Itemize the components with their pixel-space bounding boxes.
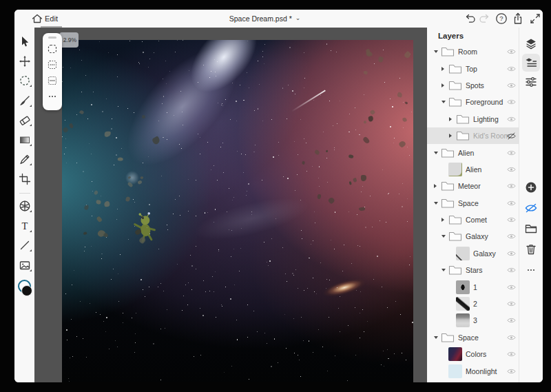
toggle-visibility-icon[interactable] — [522, 199, 540, 217]
layer-row-top[interactable]: Top — [427, 60, 519, 76]
layer-thumbnail-brush-light[interactable] — [456, 297, 470, 311]
shapes-tool[interactable] — [17, 198, 32, 214]
visibility-on-icon[interactable] — [506, 333, 516, 342]
visibility-on-icon[interactable] — [506, 48, 516, 56]
drag-handle[interactable] — [48, 37, 56, 39]
more-options-button[interactable] — [45, 89, 59, 105]
layer-thumbnail-galaxy[interactable] — [456, 247, 470, 260]
layer-row-moonlight[interactable]: Moonlight — [427, 362, 519, 379]
layer-row-stars[interactable]: Stars — [427, 262, 519, 278]
visibility-on-icon[interactable] — [506, 115, 516, 123]
visibility-on-icon[interactable] — [506, 65, 516, 73]
visibility-off-icon[interactable] — [506, 132, 516, 140]
layer-thumbnail-brush-dark[interactable] — [456, 280, 470, 294]
collapse-group-icon[interactable] — [441, 269, 448, 271]
layer-row-1[interactable]: 1 — [427, 278, 519, 295]
collapse-group-icon[interactable] — [441, 101, 448, 103]
delete-layer-icon[interactable] — [522, 240, 540, 258]
layer-label: Alien — [466, 165, 481, 174]
visibility-on-icon[interactable] — [506, 199, 516, 207]
layer-row-spots[interactable]: Spots — [427, 77, 519, 94]
visibility-on-icon[interactable] — [506, 316, 516, 324]
layer-row-foreground[interactable]: Foreground — [427, 94, 519, 110]
visibility-on-icon[interactable] — [506, 283, 516, 291]
layer-thumbnail-gradient[interactable] — [456, 313, 470, 327]
gradient-tool[interactable] — [17, 132, 32, 147]
visibility-on-icon[interactable] — [506, 149, 516, 157]
visibility-on-icon[interactable] — [506, 232, 516, 240]
group-layers-icon[interactable] — [522, 220, 540, 238]
expand-group-icon[interactable] — [449, 117, 456, 121]
document-title[interactable]: Space Dream.psd * ⌄ — [14, 10, 515, 28]
transform-tool[interactable] — [17, 54, 32, 69]
adjustments-icon[interactable] — [522, 73, 540, 91]
place-image-tool[interactable] — [17, 258, 32, 273]
canvas-area[interactable] — [34, 28, 427, 382]
collapse-group-icon[interactable] — [434, 202, 441, 205]
share-icon[interactable] — [511, 12, 525, 25]
move-tool[interactable] — [17, 34, 32, 49]
crop-tool[interactable] — [17, 172, 32, 187]
layer-thumbnail-alien[interactable] — [448, 163, 462, 176]
layer-row-galaxy[interactable]: Galaxy — [427, 245, 519, 262]
visibility-on-icon[interactable] — [506, 98, 516, 106]
visibility-on-icon[interactable] — [506, 266, 516, 274]
eraser-tool[interactable] — [17, 112, 32, 127]
help-icon[interactable]: ? — [495, 12, 508, 25]
layer-row-space[interactable]: Space — [427, 329, 519, 346]
expand-group-icon[interactable] — [441, 67, 448, 71]
visibility-on-icon[interactable] — [506, 165, 516, 174]
layer-row-lighting[interactable]: Lighting — [427, 111, 519, 127]
expand-group-icon[interactable] — [449, 134, 456, 138]
layer-row-comet[interactable]: Comet — [427, 212, 519, 228]
chevron-down-icon: ⌄ — [295, 14, 301, 21]
visibility-on-icon[interactable] — [506, 350, 516, 358]
collapse-group-icon[interactable] — [434, 152, 441, 154]
redo-icon[interactable] — [477, 12, 491, 25]
add-selection-button[interactable] — [45, 57, 59, 73]
layer-row-kid-s-room[interactable]: Kid's Room — [427, 127, 519, 144]
background-color[interactable] — [21, 285, 32, 296]
collapse-group-icon[interactable] — [434, 336, 441, 339]
layer-row-colors[interactable]: Colors — [427, 346, 519, 362]
subtract-selection-button[interactable] — [45, 73, 59, 89]
visibility-on-icon[interactable] — [506, 367, 516, 375]
expand-group-icon[interactable] — [434, 184, 441, 188]
add-layer-icon[interactable] — [522, 178, 540, 196]
expand-group-icon[interactable] — [441, 218, 448, 222]
type-tool[interactable]: T — [17, 218, 32, 234]
layer-row-space[interactable]: Space — [427, 195, 519, 212]
expand-icon[interactable] — [528, 12, 542, 25]
layers-view-icon[interactable] — [522, 34, 540, 52]
color-swatch[interactable] — [17, 280, 32, 296]
canvas-artwork[interactable] — [62, 40, 413, 382]
lasso-select-tool[interactable] — [17, 73, 32, 88]
visibility-on-icon[interactable] — [506, 216, 516, 224]
visibility-on-icon[interactable] — [506, 249, 516, 258]
expand-group-icon[interactable] — [441, 83, 448, 87]
layer-properties-icon[interactable] — [522, 54, 540, 72]
line-tool[interactable] — [17, 238, 32, 253]
floating-alien — [130, 210, 160, 247]
layer-label: Space — [458, 199, 479, 207]
brush-tool[interactable] — [17, 93, 32, 108]
visibility-on-icon[interactable] — [506, 300, 516, 308]
layer-row-2[interactable]: 2 — [427, 296, 519, 312]
collapse-group-icon[interactable] — [441, 235, 448, 238]
layer-row-3[interactable]: 3 — [427, 312, 519, 329]
more-options-icon[interactable] — [522, 261, 540, 279]
layer-thumbnail-colors[interactable] — [448, 347, 462, 361]
layer-row-galaxy[interactable]: Galaxy — [427, 228, 519, 245]
layer-thumbnail-moonlight[interactable] — [448, 364, 462, 378]
layer-row-meteor[interactable]: Meteor — [427, 178, 519, 194]
collapse-group-icon[interactable] — [434, 50, 441, 53]
visibility-on-icon[interactable] — [506, 182, 516, 190]
visibility-on-icon[interactable] — [506, 81, 516, 90]
layer-row-room[interactable]: Room — [427, 43, 519, 60]
undo-icon[interactable] — [463, 12, 477, 25]
healing-tool[interactable] — [17, 152, 32, 167]
layers-panel-title: Layers — [438, 32, 464, 40]
layer-row-alien[interactable]: Alien — [427, 161, 519, 178]
layer-row-alien[interactable]: Alien — [427, 144, 519, 161]
new-selection-button[interactable] — [45, 41, 59, 57]
